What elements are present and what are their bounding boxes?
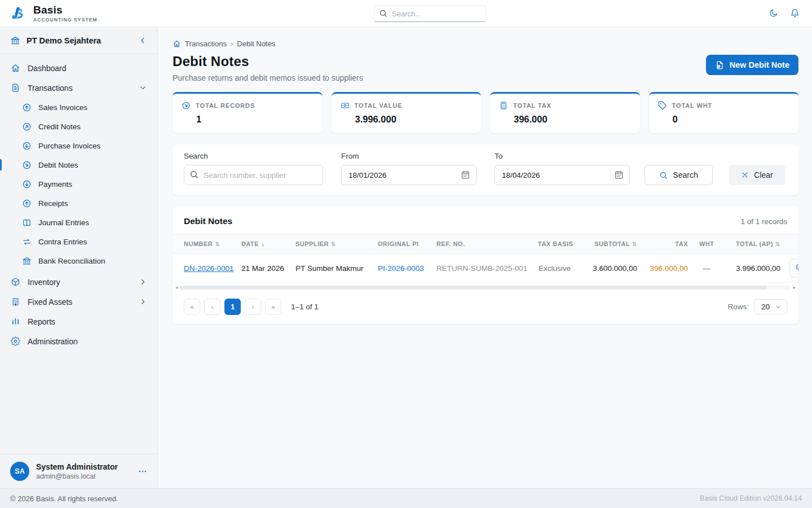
- sidebar-item-label: Transactions: [28, 84, 73, 93]
- sidebar-item-bank-reconciliation[interactable]: Bank Reconciliation: [0, 251, 157, 270]
- sidebar-item-payments[interactable]: Payments: [0, 174, 157, 194]
- search-button[interactable]: Search: [645, 165, 713, 185]
- profile-menu-ellipsis-icon[interactable]: ⋯: [138, 466, 147, 476]
- sidebar-item-receipts[interactable]: Receipts: [0, 194, 157, 213]
- column-header-original-pi[interactable]: ORIGINAL PI: [372, 234, 431, 254]
- user-name: System Administrator: [36, 462, 118, 471]
- page-subtitle: Purchase returns and debit memos issued …: [173, 73, 363, 82]
- sidebar-item-label: Journal Entries: [38, 218, 89, 227]
- pagination-last-button[interactable]: »: [265, 299, 281, 315]
- column-header-tax[interactable]: TAX: [643, 234, 694, 254]
- calendar-icon[interactable]: [461, 170, 470, 179]
- sidebar-collapse-chevron-icon[interactable]: [138, 36, 147, 45]
- cell-ref-no: RETURN-SUMB-2025-001: [431, 254, 532, 283]
- breadcrumb-transactions[interactable]: Transactions: [185, 40, 227, 48]
- debit-note-number-link[interactable]: DN-2026-0001: [184, 264, 234, 273]
- user-profile[interactable]: SA System Administrator admin@basis.loca…: [0, 454, 157, 488]
- sidebar-item-purchase-invoices[interactable]: Purchase Invoices: [0, 136, 157, 155]
- scroll-left-arrow-icon[interactable]: ◂: [174, 285, 180, 290]
- brand-text: Basis ACCOUNTING SYSTEM: [33, 5, 98, 23]
- column-header-total-ap[interactable]: TOTAL (AP)⇅: [720, 234, 786, 254]
- sidebar-item-inventory[interactable]: Inventory: [0, 272, 157, 292]
- breadcrumb-separator: ›: [231, 40, 233, 48]
- new-debit-note-button[interactable]: New Debit Note: [706, 55, 798, 75]
- clear-button-label: Clear: [754, 170, 773, 179]
- theme-toggle-moon-icon[interactable]: [769, 8, 778, 18]
- pagination-first-button[interactable]: «: [184, 299, 200, 315]
- records-count: 1 of 1 records: [740, 217, 787, 226]
- sidebar-item-credit-notes[interactable]: Credit Notes: [0, 117, 157, 136]
- column-header-tax-basis[interactable]: TAX BASIS: [532, 234, 576, 254]
- sort-both-icon: ⇅: [331, 241, 336, 247]
- column-header-supplier[interactable]: SUPPLIER⇅: [290, 234, 372, 254]
- sidebar-item-label: Fixed Assets: [28, 297, 72, 306]
- sidebar-item-transactions[interactable]: Transactions: [0, 78, 157, 98]
- calendar-icon[interactable]: [614, 170, 624, 179]
- pagination-page-1-button[interactable]: 1: [224, 299, 241, 315]
- sidebar-item-debit-notes[interactable]: Debit Notes: [0, 155, 157, 174]
- sidebar-item-dashboard[interactable]: Dashboard: [0, 58, 157, 78]
- topbar-actions: [769, 8, 803, 18]
- notifications-bell-icon[interactable]: [790, 8, 800, 18]
- column-header-ref-no[interactable]: REF. NO.: [431, 234, 532, 254]
- sidebar-item-label: Dashboard: [28, 64, 67, 73]
- column-header-date[interactable]: DATE↓: [236, 234, 290, 254]
- sidebar-item-label: Administration: [28, 337, 78, 346]
- home-icon: [10, 63, 20, 73]
- sidebar-item-label: Credit Notes: [38, 122, 81, 131]
- sidebar-item-label: Contra Entries: [38, 238, 87, 246]
- circle-arrow-up-icon: [21, 199, 32, 208]
- sort-both-icon: ⇅: [215, 241, 220, 247]
- global-search-input[interactable]: [374, 5, 486, 22]
- brand-logo-block[interactable]: Basis ACCOUNTING SYSTEM: [9, 4, 98, 23]
- sidebar-item-sales-invoices[interactable]: Sales Invoices: [0, 98, 157, 117]
- company-selector[interactable]: PT Demo Sejahtera: [0, 27, 157, 54]
- chevron-right-icon: [139, 297, 147, 306]
- scrollbar-track[interactable]: [180, 286, 792, 290]
- scrollbar-thumb[interactable]: [180, 286, 767, 290]
- rows-per-page-select[interactable]: 20: [754, 299, 787, 314]
- cell-wht: —: [694, 254, 720, 283]
- clear-button[interactable]: Clear: [729, 165, 785, 185]
- table-horizontal-scrollbar[interactable]: ◂ ▸: [174, 284, 797, 291]
- column-header-subtotal[interactable]: SUBTOTAL⇅: [576, 234, 643, 254]
- filter-search-input[interactable]: [184, 165, 323, 185]
- sidebar-item-label: Purchase Invoices: [38, 142, 100, 150]
- original-pi-link[interactable]: PI-2026-0003: [378, 264, 424, 273]
- chevron-right-icon: [139, 278, 147, 286]
- to-date-input[interactable]: [495, 165, 630, 185]
- sidebar-item-reports[interactable]: Reports: [0, 312, 157, 331]
- brand-tagline: ACCOUNTING SYSTEM: [33, 17, 98, 23]
- tag-icon: [658, 101, 667, 110]
- open-book-icon: [21, 218, 32, 227]
- sidebar-item-contra-entries[interactable]: Contra Entries: [0, 232, 157, 251]
- cube-icon: [10, 277, 20, 287]
- bar-chart-icon: [10, 317, 20, 326]
- sidebar-item-label: Receipts: [38, 199, 68, 208]
- cell-tax-basis: Exclusive: [532, 254, 576, 283]
- column-header-number[interactable]: NUMBER⇅: [173, 234, 236, 254]
- banknote-icon: [341, 101, 350, 110]
- chevron-down-icon: [775, 304, 782, 310]
- gear-icon: [10, 336, 20, 346]
- sidebar-item-administration[interactable]: Administration: [0, 331, 157, 351]
- page-heading-block: Debit Notes Purchase returns and debit m…: [173, 54, 363, 82]
- sidebar-nav: Dashboard Transactions Sales Invoices Cr…: [0, 54, 157, 454]
- brand-name: Basis: [33, 5, 98, 15]
- row-action-button[interactable]: [789, 259, 798, 278]
- close-x-icon: [741, 171, 749, 179]
- scroll-right-arrow-icon[interactable]: ▸: [791, 285, 797, 290]
- home-icon[interactable]: [173, 40, 181, 48]
- pagination-prev-button[interactable]: ‹: [204, 299, 220, 315]
- column-header-wht[interactable]: WHT: [694, 234, 720, 254]
- table-header-row: NUMBER⇅ DATE↓ SUPPLIER⇅ ORIGINAL PI REF.…: [173, 234, 798, 254]
- sidebar-item-label: Debit Notes: [38, 161, 78, 169]
- pagination-next-button[interactable]: ›: [245, 299, 261, 315]
- sidebar-item-fixed-assets[interactable]: Fixed Assets: [0, 292, 157, 312]
- from-date-input[interactable]: [341, 165, 476, 185]
- sidebar-item-label: Sales Invoices: [38, 103, 87, 112]
- company-name: PT Demo Sejahtera: [27, 36, 101, 45]
- search-icon: [659, 171, 668, 179]
- sidebar-item-journal-entries[interactable]: Journal Entries: [0, 213, 157, 232]
- stat-value: 1: [196, 114, 314, 125]
